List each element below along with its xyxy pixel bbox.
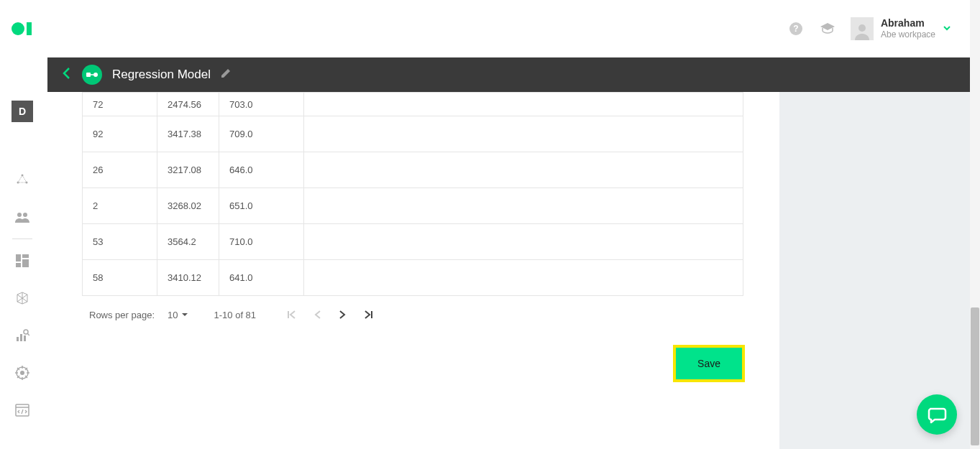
cell: [304, 152, 743, 188]
next-page-button[interactable]: [338, 309, 347, 320]
user-name: Abraham: [881, 17, 935, 29]
dropdown-icon: [181, 312, 188, 318]
first-page-button[interactable]: [286, 309, 298, 320]
cell: [304, 260, 743, 296]
rows-per-page-select[interactable]: 10: [168, 310, 188, 320]
cell: 3564.2: [157, 224, 219, 260]
help-icon[interactable]: ?: [787, 20, 805, 37]
nav-dashboard-icon[interactable]: [14, 252, 31, 269]
svg-text:?: ?: [793, 24, 798, 34]
chat-icon: [927, 404, 947, 425]
cell: 709.0: [219, 116, 304, 152]
rail-divider: [12, 239, 32, 239]
scrollbar-track[interactable]: [970, 0, 980, 449]
nav-network-icon[interactable]: [14, 290, 31, 307]
app-logo[interactable]: [12, 20, 33, 37]
title-bar: Regression Model: [47, 57, 970, 92]
table-row: 72 2474.56 703.0: [83, 93, 743, 116]
svg-point-20: [20, 371, 24, 375]
table-row: 26 3217.08 646.0: [83, 152, 743, 188]
data-table: 72 2474.56 703.0 92 3417.38 709.0 26 321…: [82, 92, 743, 320]
svg-rect-10: [16, 254, 21, 261]
svg-point-8: [17, 213, 22, 217]
graduation-icon[interactable]: [819, 20, 836, 37]
cell: 703.0: [219, 93, 304, 116]
svg-point-0: [12, 22, 24, 35]
scrollbar-thumb[interactable]: [971, 307, 979, 445]
table-row: 53 3564.2 710.0: [83, 224, 743, 260]
cell: 58: [83, 260, 157, 296]
prev-page-button[interactable]: [313, 309, 322, 320]
cell: 3217.08: [157, 152, 219, 188]
chevron-down-icon: [943, 22, 951, 35]
cell: 3410.12: [157, 260, 219, 296]
page-title: Regression Model: [112, 68, 211, 82]
user-menu[interactable]: Abraham Abe workpace: [851, 17, 951, 40]
edit-title-button[interactable]: [221, 68, 231, 81]
table-row: 92 3417.38 709.0: [83, 116, 743, 152]
page-range: 1-10 of 81: [214, 310, 257, 320]
avatar: [851, 17, 874, 40]
cell: 53: [83, 224, 157, 260]
cell: 2474.56: [157, 93, 219, 116]
svg-rect-14: [17, 337, 19, 341]
chat-button[interactable]: [917, 394, 957, 435]
workspace-name: Abe workpace: [881, 29, 935, 40]
back-button[interactable]: [62, 66, 72, 83]
top-header: ? Abraham Abe workpace: [0, 0, 980, 57]
user-text: Abraham Abe workpace: [881, 17, 935, 40]
header-right: ? Abraham Abe workpace: [787, 17, 951, 40]
cell: [304, 93, 743, 116]
cell: 92: [83, 116, 157, 152]
svg-point-32: [93, 73, 98, 77]
svg-point-4: [858, 24, 866, 32]
svg-rect-16: [24, 335, 26, 341]
cell: 646.0: [219, 152, 304, 188]
nav-analytics-icon[interactable]: [14, 327, 31, 344]
svg-point-9: [23, 213, 27, 217]
last-page-button[interactable]: [362, 309, 374, 320]
nav-code-icon[interactable]: [14, 402, 31, 419]
cell: [304, 188, 743, 224]
svg-rect-11: [22, 254, 29, 258]
table-row: 58 3410.12 641.0: [83, 260, 743, 296]
model-type-icon: [82, 65, 102, 85]
page-nav: [286, 309, 374, 320]
svg-rect-31: [86, 73, 91, 77]
rail-badge[interactable]: D: [12, 101, 33, 122]
save-highlight: Save: [673, 345, 745, 382]
cell: [304, 116, 743, 152]
svg-line-18: [27, 333, 29, 335]
save-button[interactable]: Save: [676, 348, 742, 379]
content-area: 72 2474.56 703.0 92 3417.38 709.0 26 321…: [47, 92, 779, 449]
cell: 651.0: [219, 188, 304, 224]
cell: 2: [83, 188, 157, 224]
left-rail: D: [0, 101, 45, 419]
cell: 3268.02: [157, 188, 219, 224]
cell: 3417.38: [157, 116, 219, 152]
svg-rect-12: [22, 259, 29, 267]
rows-per-page-value: 10: [168, 310, 178, 320]
logo-icon: [12, 20, 33, 37]
cell: 26: [83, 152, 157, 188]
cell: [304, 224, 743, 260]
nav-scatter-icon[interactable]: [14, 171, 31, 188]
table-row: 2 3268.02 651.0: [83, 188, 743, 224]
cell: 72: [83, 93, 157, 116]
svg-rect-15: [20, 334, 22, 341]
svg-rect-13: [16, 263, 21, 267]
rows-per-page-label: Rows per page:: [89, 310, 155, 320]
svg-rect-1: [27, 22, 32, 35]
nav-gear-icon[interactable]: [14, 364, 31, 381]
nav-people-icon[interactable]: [14, 208, 31, 226]
cell: 641.0: [219, 260, 304, 296]
cell: 710.0: [219, 224, 304, 260]
pagination: Rows per page: 10 1-10 of 81: [82, 296, 743, 320]
